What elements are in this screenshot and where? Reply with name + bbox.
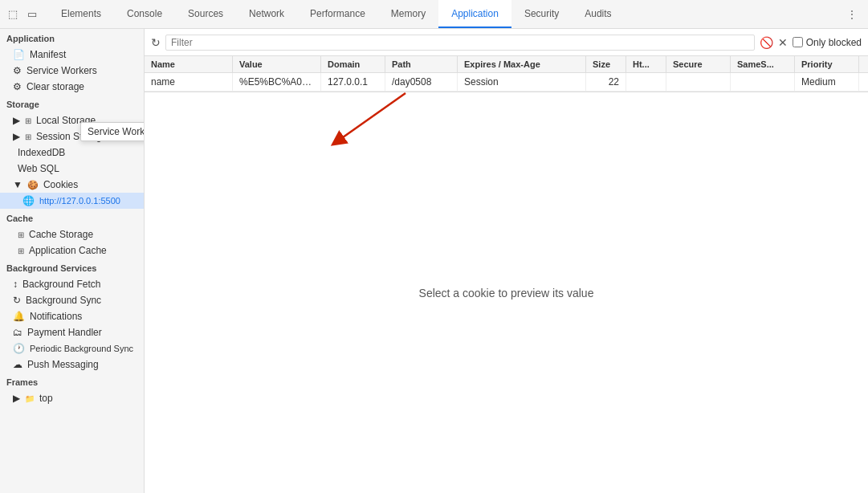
payment-handler-icon: 🗂 bbox=[13, 327, 22, 338]
col-value[interactable]: Value bbox=[233, 56, 321, 72]
sidebar-item-push-messaging[interactable]: ☁ Push Messaging bbox=[0, 357, 144, 373]
sidebar-item-periodic-bg-sync[interactable]: 🕐 Periodic Background Sync bbox=[0, 340, 144, 357]
tab-performance[interactable]: Performance bbox=[297, 0, 378, 28]
tab-memory[interactable]: Memory bbox=[378, 0, 438, 28]
sidebar-item-cookies-expand[interactable]: ▼ 🍪 Cookies bbox=[0, 177, 144, 193]
table-row[interactable]: name %E5%BC%A0%E... 127.0.0.1 /day0508 S… bbox=[145, 73, 868, 92]
only-blocked-checkbox[interactable] bbox=[793, 37, 803, 47]
sidebar-item-bg-fetch[interactable]: ↕ Background Fetch bbox=[0, 276, 144, 292]
device-icon[interactable]: ▭ bbox=[26, 8, 39, 21]
service-workers-icon: ⚙ bbox=[13, 65, 22, 76]
cell-secure bbox=[666, 73, 731, 91]
cell-sames bbox=[731, 73, 795, 91]
sidebar-section-application: Application bbox=[0, 29, 144, 47]
col-path[interactable]: Path bbox=[385, 56, 458, 72]
sidebar-item-manifest[interactable]: 📄 Manifest bbox=[0, 47, 144, 63]
sidebar-item-notifications[interactable]: 🔔 Notifications bbox=[0, 308, 144, 324]
manifest-icon: 📄 bbox=[13, 49, 25, 60]
local-storage-icon: ▶ bbox=[13, 115, 20, 126]
only-blocked-label[interactable]: Only blocked bbox=[793, 37, 862, 48]
clear-icon[interactable]: ✕ bbox=[778, 36, 788, 49]
content-area: ↻ 🚫 ✕ Only blocked Name bbox=[145, 29, 868, 493]
main-layout: Application 📄 Manifest ⚙ Service Workers… bbox=[0, 29, 868, 493]
tooltip: Service Workers bbox=[80, 122, 145, 141]
frames-top-icon: ▶ bbox=[13, 393, 20, 404]
tab-application[interactable]: Application bbox=[438, 0, 511, 28]
col-sames[interactable]: SameS... bbox=[731, 56, 795, 72]
cookies-url-icon: 🌐 bbox=[22, 195, 35, 206]
sidebar-item-websql[interactable]: Web SQL bbox=[0, 161, 144, 177]
tab-network[interactable]: Network bbox=[236, 0, 297, 28]
tab-more-icon[interactable]: ⋮ bbox=[842, 5, 862, 24]
sidebar: Application 📄 Manifest ⚙ Service Workers… bbox=[0, 29, 145, 493]
cell-ht bbox=[626, 73, 666, 91]
bg-fetch-icon: ↕ bbox=[13, 279, 18, 290]
tab-audits[interactable]: Audits bbox=[572, 0, 624, 28]
sidebar-item-indexeddb[interactable]: IndexedDB bbox=[0, 145, 144, 161]
block-icon[interactable]: 🚫 bbox=[760, 36, 773, 49]
inspect-icon[interactable]: ⬚ bbox=[6, 8, 19, 21]
devtools-icons: ⬚ ▭ bbox=[6, 8, 39, 21]
tab-bar: ⬚ ▭ Elements Console Sources Network Per… bbox=[0, 0, 868, 29]
tab-security[interactable]: Security bbox=[511, 0, 572, 28]
filter-bar: ↻ 🚫 ✕ Only blocked bbox=[145, 29, 868, 56]
cookie-preview-panel: Select a cookie to preview its value bbox=[145, 92, 868, 493]
sidebar-section-cache: Cache bbox=[0, 209, 144, 226]
cell-priority: Medium bbox=[795, 73, 859, 91]
cell-value: %E5%BC%A0%E... bbox=[233, 73, 321, 91]
col-name[interactable]: Name bbox=[145, 56, 233, 72]
col-expires[interactable]: Expires / Max-Age bbox=[458, 56, 586, 72]
cookies-expand-icon: ▼ bbox=[13, 179, 22, 190]
cookie-preview-text: Select a cookie to preview its value bbox=[419, 287, 594, 299]
sidebar-item-app-cache[interactable]: ⊞ Application Cache bbox=[0, 242, 144, 259]
sidebar-section-bg-services: Background Services bbox=[0, 259, 144, 276]
col-size[interactable]: Size bbox=[586, 56, 626, 72]
cell-size: 22 bbox=[586, 73, 626, 91]
session-storage-icon: ▶ bbox=[13, 131, 20, 142]
tab-sources[interactable]: Sources bbox=[175, 0, 236, 28]
table-body: name %E5%BC%A0%E... 127.0.0.1 /day0508 S… bbox=[145, 73, 868, 92]
sidebar-item-payment-handler[interactable]: 🗂 Payment Handler bbox=[0, 324, 144, 340]
periodic-bg-sync-icon: 🕐 bbox=[13, 343, 25, 354]
tab-elements[interactable]: Elements bbox=[48, 0, 114, 28]
sidebar-item-bg-sync[interactable]: ↻ Background Sync bbox=[0, 292, 144, 308]
refresh-icon[interactable]: ↻ bbox=[151, 36, 161, 49]
notifications-icon: 🔔 bbox=[13, 311, 25, 322]
cell-path: /day0508 bbox=[385, 73, 458, 91]
bg-sync-icon: ↻ bbox=[13, 295, 21, 306]
tab-list: Elements Console Sources Network Perform… bbox=[48, 0, 625, 28]
col-priority[interactable]: Priority bbox=[795, 56, 859, 72]
cell-name: name bbox=[145, 73, 233, 91]
cell-domain: 127.0.0.1 bbox=[321, 73, 385, 91]
sidebar-item-frames-top[interactable]: ▶ 📁 top bbox=[0, 390, 144, 406]
col-domain[interactable]: Domain bbox=[321, 56, 385, 72]
clear-storage-icon: ⚙ bbox=[13, 81, 22, 92]
sidebar-section-frames: Frames bbox=[0, 373, 144, 390]
col-secure[interactable]: Secure bbox=[666, 56, 731, 72]
filter-input[interactable] bbox=[165, 35, 755, 51]
sidebar-item-clear-storage[interactable]: ⚙ Clear storage bbox=[0, 79, 144, 95]
sidebar-item-cache-storage[interactable]: ⊞ Cache Storage bbox=[0, 226, 144, 242]
col-ht[interactable]: Ht... bbox=[626, 56, 666, 72]
sidebar-item-cookies-url[interactable]: 🌐 http://127.0.0.1:5500 bbox=[0, 193, 144, 209]
sidebar-item-service-workers[interactable]: ⚙ Service Workers bbox=[0, 63, 144, 79]
push-messaging-icon: ☁ bbox=[13, 359, 22, 370]
cell-expires: Session bbox=[458, 73, 586, 91]
sidebar-section-storage: Storage bbox=[0, 95, 144, 112]
tab-console[interactable]: Console bbox=[114, 0, 175, 28]
table-header: Name Value Domain Path Expires / Max-Age… bbox=[145, 56, 868, 73]
